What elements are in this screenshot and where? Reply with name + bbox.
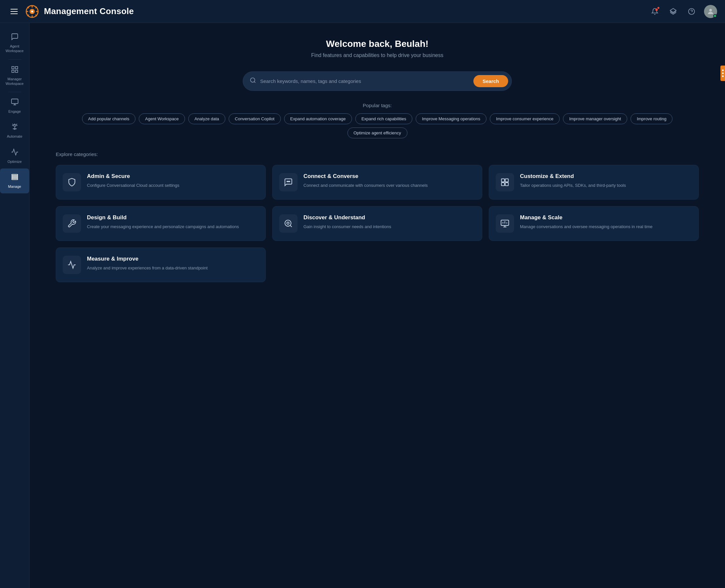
svg-rect-34 [502,183,505,186]
category-info-design-build: Design & BuildCreate your messaging expe… [87,214,259,230]
avatar-online-indicator [713,14,717,18]
svg-rect-19 [15,70,18,72]
search-button[interactable]: Search [474,75,508,87]
app-title: Management Console [44,6,134,16]
categories-section: Explore categories: Admin & SecureConfig… [56,151,699,282]
svg-point-21 [14,125,16,127]
category-icon-measure-improve [63,256,81,274]
categories-label: Explore categories: [56,151,699,157]
manage-icon [11,173,19,182]
svg-point-22 [14,128,15,129]
optimize-icon [11,148,19,157]
category-info-manage-scale: Manage & ScaleManage conversations and o… [520,214,692,230]
sidebar-item-agent-workspace[interactable]: Agent Workspace [0,28,29,58]
sidebar-label-automate: Automate [7,134,22,139]
categories-grid: Admin & SecureConfigure Conversational C… [56,165,699,282]
category-desc-manage-scale: Manage conversations and oversee messagi… [520,224,692,230]
header-actions [649,5,717,18]
svg-point-37 [287,222,289,224]
tag-pill[interactable]: Expand automation coverage [284,113,352,124]
category-icon-customize-extend [496,173,514,191]
svg-point-30 [288,181,289,182]
category-title-admin-secure: Admin & Secure [87,173,259,180]
svg-line-23 [13,124,14,125]
category-title-customize-extend: Customize & Extend [520,173,692,180]
sidebar-label-manage: Manage [8,184,21,189]
sidebar-item-optimize[interactable]: Optimize [0,144,29,168]
category-title-measure-improve: Measure & Improve [87,256,259,262]
sidebar-label-manager-workspace: Manager Workspace [3,77,26,86]
svg-rect-17 [15,66,18,69]
category-icon-connect-converse [279,173,298,191]
tag-pill[interactable]: Expand rich capabilities [355,113,413,124]
category-title-discover-understand: Discover & Understand [303,214,475,221]
scroll-dot-2 [722,72,724,74]
scroll-dot-1 [722,69,724,71]
sidebar-label-optimize: Optimize [7,159,22,164]
category-desc-customize-extend: Tailor operations using APIs, SDKs, and … [520,182,692,189]
search-icon [250,77,256,85]
category-icon-discover-understand [279,214,298,233]
category-card-customize-extend[interactable]: Customize & ExtendTailor operations usin… [489,165,699,200]
sidebar-item-manager-workspace[interactable]: Manager Workspace [0,61,29,91]
tag-pill[interactable]: Analyze data [188,113,225,124]
notifications-button[interactable] [649,5,661,17]
svg-rect-26 [12,176,18,177]
logo-icon [25,5,39,18]
svg-rect-35 [505,183,508,186]
sidebar-item-engage[interactable]: Engage [0,93,29,118]
notification-badge [657,6,660,9]
help-button[interactable] [686,5,698,17]
avatar[interactable] [704,5,717,18]
automate-icon [11,123,19,132]
welcome-subtitle: Find features and capabilities to help d… [56,52,699,58]
svg-point-31 [289,181,290,182]
tag-pill[interactable]: Conversation Copilot [229,113,281,124]
category-card-manage-scale[interactable]: Manage & ScaleManage conversations and o… [489,206,699,241]
category-card-admin-secure[interactable]: Admin & SecureConfigure Conversational C… [56,165,266,200]
svg-rect-27 [12,178,18,180]
sidebar-item-automate[interactable]: Automate [0,118,29,143]
category-title-connect-converse: Connect & Converse [303,173,475,180]
sidebar-label-engage: Engage [8,109,21,114]
category-card-discover-understand[interactable]: Discover & UnderstandGain insight to con… [272,206,482,241]
category-icon-manage-scale [496,214,514,233]
sidebar-item-manage[interactable]: Manage [0,168,29,193]
category-info-admin-secure: Admin & SecureConfigure Conversational C… [87,173,259,189]
hamburger-menu-button[interactable] [8,6,20,17]
welcome-section: Welcome back, Beulah! Find features and … [56,39,699,58]
svg-line-24 [16,124,17,125]
sidebar-divider-2 [8,92,21,92]
category-card-connect-converse[interactable]: Connect & ConverseConnect and communicat… [272,165,482,200]
category-card-measure-improve[interactable]: Measure & ImproveAnalyze and improve exp… [56,248,266,282]
search-input[interactable] [260,78,474,84]
category-icon-admin-secure [63,173,81,191]
tag-pill[interactable]: Improve Messaging operations [416,113,486,124]
category-desc-measure-improve: Analyze and improve experiences from a d… [87,265,259,271]
category-desc-discover-understand: Gain insight to consumer needs and inten… [303,224,475,230]
agent-workspace-icon [11,33,19,42]
tag-pill[interactable]: Improve routing [630,113,672,124]
category-info-discover-understand: Discover & UnderstandGain insight to con… [303,214,475,230]
svg-point-36 [285,220,291,227]
tag-pill[interactable]: Improve manager oversight [563,113,627,124]
svg-rect-25 [12,174,18,176]
tag-pill[interactable]: Improve consumer experience [490,113,560,124]
category-info-measure-improve: Measure & ImproveAnalyze and improve exp… [87,256,259,271]
svg-rect-32 [502,179,505,182]
category-card-design-build[interactable]: Design & BuildCreate your messaging expe… [56,206,266,241]
category-info-connect-converse: Connect & ConverseConnect and communicat… [303,173,475,189]
tag-pill[interactable]: Add popular channels [82,113,136,124]
popular-tags-section: Popular tags: Add popular channelsAgent … [56,103,699,138]
scroll-dot-3 [722,76,724,77]
app-header: Management Console [0,0,725,23]
engage-icon [11,98,19,107]
welcome-title: Welcome back, Beulah! [56,39,699,49]
tag-pill[interactable]: Agent Workspace [139,113,185,124]
svg-rect-20 [12,99,18,104]
layers-button[interactable] [667,5,679,17]
tag-pill[interactable]: Optimize agent efficiency [347,127,407,138]
tags-container: Add popular channelsAgent WorkspaceAnaly… [56,113,699,138]
category-desc-design-build: Create your messaging experience and per… [87,224,259,230]
svg-rect-33 [505,179,508,182]
